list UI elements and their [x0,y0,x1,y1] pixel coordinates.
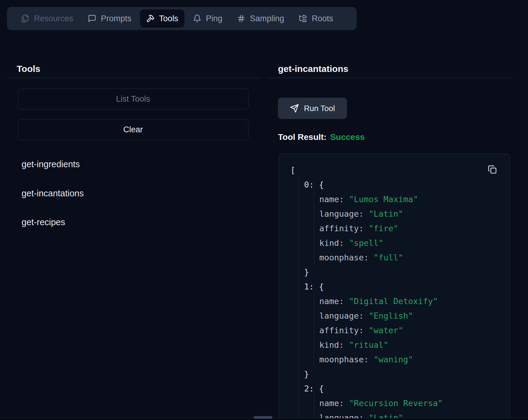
run-tool-label: Run Tool [304,104,335,113]
json-line: moonphase: "full" [279,250,509,265]
tab-label: Resources [34,14,73,23]
tab-prompts[interactable]: Prompts [82,9,138,28]
folder-tree-icon [299,14,307,23]
tab-ping[interactable]: Ping [187,9,228,28]
tab-label: Prompts [101,14,132,23]
tool-result-status: Success [330,132,365,142]
message-square-icon [88,14,96,23]
tab-roots[interactable]: Roots [293,9,339,28]
tab-sampling[interactable]: Sampling [231,9,290,28]
json-line: name: "Lumos Maxima" [279,192,509,207]
tool-list-item-get-ingredients[interactable]: get-ingredients [22,159,80,169]
main-tab-bar: Resources Prompts Tools Ping Sampling Ro… [7,7,357,30]
json-line: } [279,367,509,381]
tab-label: Ping [206,14,222,23]
tool-result-label: Tool Result: [278,132,327,142]
json-line: [ [279,163,509,178]
json-line: language: "English" [279,309,509,323]
send-icon [290,104,299,113]
tab-resources[interactable]: Resources [15,9,79,28]
left-panel-divider [7,78,261,78]
tool-list-item-get-incantations[interactable]: get-incantations [22,188,84,198]
json-line: language: "Latin" [279,207,509,221]
json-line: name: "Digital Detoxify" [279,294,509,309]
json-line: 1: { [279,279,509,294]
tab-tools[interactable]: Tools [140,9,184,28]
json-line: name: "Recursion Reversa" [279,396,509,411]
selected-tool-title: get-incantations [278,64,348,74]
right-panel-divider [268,78,513,78]
json-line: 0: { [279,178,509,192]
tab-label: Roots [312,14,333,23]
files-icon [21,14,29,23]
json-lines: [0: {name: "Lumos Maxima"language: "Lati… [279,163,509,420]
json-line: moonphase: "waning" [279,352,509,367]
tool-result-line: Tool Result:Success [278,132,365,142]
clear-button[interactable]: Clear [18,119,249,140]
json-line: affinity: "fire" [279,221,509,236]
json-line: kind: "spell" [279,236,509,250]
json-line: } [279,265,509,279]
json-line: 2: { [279,381,509,396]
hash-icon [237,14,245,23]
run-tool-button[interactable]: Run Tool [278,98,347,119]
bell-icon [193,14,201,23]
json-line: kind: "ritual" [279,338,509,352]
tool-result-json-viewer: [0: {name: "Lumos Maxima"language: "Lati… [279,154,510,420]
hammer-icon [146,14,155,23]
tab-label: Sampling [250,14,284,23]
tool-list-item-get-recipes[interactable]: get-recipes [22,217,65,227]
tab-label: Tools [159,14,178,23]
json-line: affinity: "water" [279,323,509,338]
horizontal-scrollbar-thumb[interactable] [254,416,273,419]
tools-panel-title: Tools [17,64,40,74]
list-tools-button[interactable]: List Tools [18,89,249,110]
